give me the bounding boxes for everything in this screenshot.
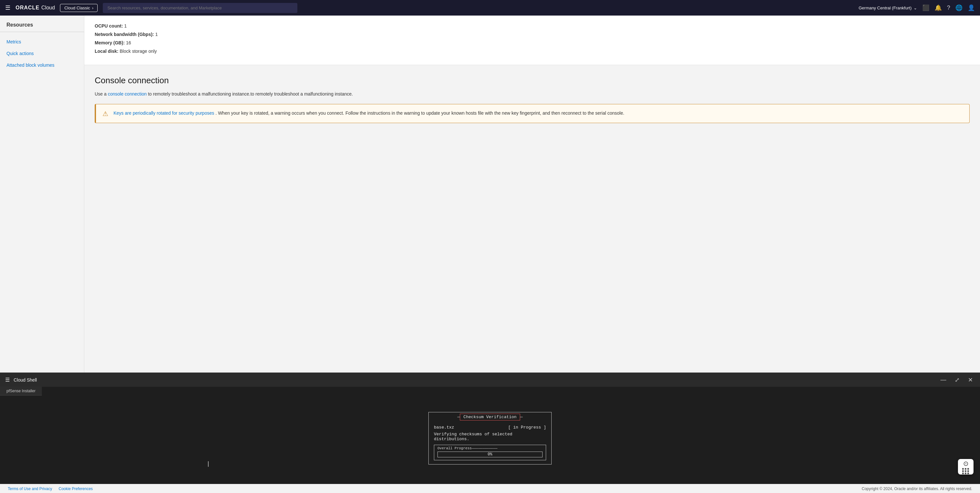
cloud-classic-label: Cloud Classic	[64, 5, 90, 10]
warning-icon: ⚠	[102, 110, 108, 117]
terminal-body[interactable]: pfSense Installer — Checksum Verificatio…	[0, 387, 980, 484]
network-row: Network bandwidth (Gbps): 1	[95, 32, 970, 37]
memory-row: Memory (GB): 16	[95, 40, 970, 45]
cookie-preferences-link[interactable]: Cookie Preferences	[59, 487, 93, 491]
progress-percent: 0%	[488, 452, 492, 457]
checksum-title-bar: — Checksum Verification —	[429, 412, 551, 422]
help-float-grid-icon	[962, 468, 969, 474]
help-float-icon: ⊙	[963, 460, 969, 468]
region-selector[interactable]: Germany Central (Frankfurt) ⌄	[859, 5, 917, 10]
region-label: Germany Central (Frankfurt)	[859, 5, 912, 10]
cloud-shell-minimize-button[interactable]: —	[939, 376, 948, 384]
cloud-shell-title: Cloud Shell	[14, 377, 37, 382]
console-description: Use a console connection to remotely tro…	[95, 91, 970, 98]
cursor-icon: |	[208, 460, 209, 467]
progress-label-text: Overall Progress	[438, 446, 472, 450]
help-icon[interactable]: ?	[947, 5, 950, 11]
cloud-shell-container: ☰ Cloud Shell — ⤢ ✕ pfSense Installer — …	[0, 373, 980, 484]
cloud-shell-menu-icon[interactable]: ☰	[5, 377, 10, 383]
terminal-content: — Checksum Verification — base.txz [ in …	[0, 395, 980, 481]
ocpu-value-text: 1	[124, 23, 127, 29]
terminal-tab[interactable]: pfSense Installer	[0, 387, 42, 395]
console-section: Console connection Use a console connect…	[84, 65, 980, 131]
sidebar-item-metrics[interactable]: Metrics	[0, 36, 84, 48]
ocpu-row: OCPU count: 1	[95, 23, 970, 29]
sidebar-item-quick-actions[interactable]: Quick actions	[0, 48, 84, 59]
memory-label: Memory (GB):	[95, 40, 125, 45]
region-dropdown-icon: ⌄	[913, 5, 917, 10]
cloud-shell-close-button[interactable]: ✕	[966, 376, 975, 384]
cloud-classic-button[interactable]: Cloud Classic ›	[60, 4, 98, 12]
cloud-shell-controls: — ⤢ ✕	[939, 376, 975, 384]
notifications-icon[interactable]: 🔔	[935, 4, 942, 11]
footer-left: Terms of Use and Privacy Cookie Preferen…	[8, 487, 93, 491]
oracle-text: ORACLE	[16, 5, 40, 11]
progress-dash: ————————————	[472, 446, 498, 450]
checksum-file-line: base.txz [ in Progress ]	[434, 425, 546, 430]
checksum-title-text: Checksum Verification	[460, 414, 520, 420]
progress-section: Overall Progress———————————— 0%	[434, 445, 546, 460]
desc-suffix-text: to remotely troubleshoot a malfunctionin…	[250, 91, 353, 97]
keys-rotation-link[interactable]: Keys are periodically rotated for securi…	[113, 111, 215, 116]
sidebar-item-attached-block-volumes[interactable]: Attached block volumes	[0, 59, 84, 71]
checksum-body: base.txz [ in Progress ] Verifying check…	[429, 423, 551, 464]
desc-prefix: Use a	[95, 91, 107, 97]
disk-value-text: Block storage only	[120, 49, 157, 54]
disk-label: Local disk:	[95, 49, 118, 54]
keys-rotation-link-text: Keys are periodically rotated for securi…	[113, 111, 214, 116]
cloud-shell-maximize-button[interactable]: ⤢	[953, 376, 961, 384]
terminal-icon[interactable]: ⬛	[922, 4, 929, 11]
console-link-text: console connection	[108, 91, 146, 97]
nav-right-controls: Germany Central (Frankfurt) ⌄ ⬛ 🔔 ? 🌐 👤	[859, 4, 975, 11]
progress-bar-outer: 0%	[438, 452, 542, 457]
oracle-logo: ORACLE Cloud	[16, 5, 55, 11]
hamburger-icon[interactable]: ☰	[5, 4, 10, 11]
user-avatar-icon[interactable]: 👤	[968, 4, 975, 11]
desc-suffix: to remotely troubleshoot a malfunctionin…	[148, 91, 250, 97]
memory-value-text: 16	[126, 40, 131, 45]
progress-label: Overall Progress————————————	[438, 446, 542, 450]
file-label: base.txz	[434, 425, 454, 430]
console-title: Console connection	[95, 76, 970, 86]
verify-text: Verifying checksums of selected distribu…	[434, 432, 546, 442]
language-icon[interactable]: 🌐	[955, 4, 963, 11]
footer-copyright: Copyright © 2024, Oracle and/or its affi…	[862, 487, 972, 491]
warning-text-content: Keys are periodically rotated for securi…	[113, 109, 624, 117]
search-input[interactable]	[103, 3, 298, 13]
footer: Terms of Use and Privacy Cookie Preferen…	[0, 484, 980, 493]
warning-box: ⚠ Keys are periodically rotated for secu…	[95, 104, 970, 123]
help-float-button[interactable]: ⊙	[958, 459, 974, 474]
cloud-text: Cloud	[41, 5, 55, 11]
title-dash-left: —	[457, 415, 460, 420]
disk-row: Local disk: Block storage only	[95, 49, 970, 54]
terms-link[interactable]: Terms of Use and Privacy	[8, 487, 52, 491]
network-label: Network bandwidth (Gbps):	[95, 32, 154, 37]
warning-body-text: . When your key is rotated, a warning oc…	[215, 111, 624, 116]
cloud-shell-titlebar: ☰ Cloud Shell — ⤢ ✕	[0, 373, 980, 387]
cloud-classic-arrow-icon: ›	[92, 5, 93, 10]
network-value-text: 1	[155, 32, 158, 37]
top-nav: ☰ ORACLE Cloud Cloud Classic › Germany C…	[0, 0, 980, 16]
ocpu-label: OCPU count:	[95, 23, 123, 29]
instance-info-card: OCPU count: 1 Network bandwidth (Gbps): …	[84, 16, 980, 65]
sidebar-title: Resources	[0, 22, 84, 32]
status-label: [ in Progress ]	[508, 425, 546, 430]
checksum-dialog: — Checksum Verification — base.txz [ in …	[428, 412, 552, 464]
title-dash-right: —	[520, 415, 523, 420]
console-connection-link[interactable]: console connection	[108, 91, 146, 97]
